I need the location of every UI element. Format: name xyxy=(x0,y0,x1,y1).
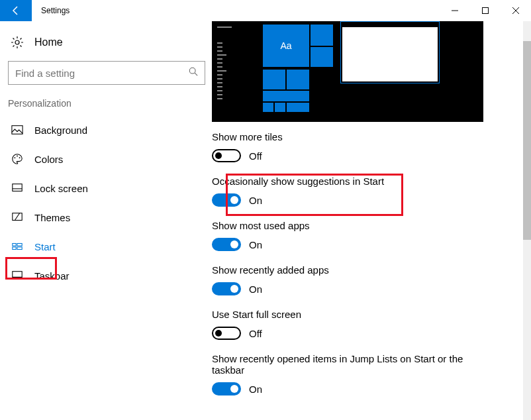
sidebar-item-lock-screen[interactable]: Lock screen xyxy=(7,174,205,203)
svg-point-8 xyxy=(15,157,16,158)
svg-rect-16 xyxy=(13,247,16,250)
sidebar-item-label: Colors xyxy=(34,154,63,165)
setting-recently-added: Show recently added apps On xyxy=(212,264,518,295)
setting-label: Show recently added apps xyxy=(212,264,518,276)
sidebar-item-start[interactable]: Start xyxy=(7,232,205,261)
maximize-button[interactable] xyxy=(470,0,501,21)
svg-point-10 xyxy=(19,157,21,158)
sidebar-item-label: Taskbar xyxy=(34,270,70,282)
setting-label: Show more tiles xyxy=(212,131,518,142)
toggle-suggestions[interactable] xyxy=(212,193,241,207)
toggle-show-more-tiles[interactable] xyxy=(212,149,241,162)
colors-icon xyxy=(11,152,24,166)
taskbar-icon xyxy=(11,269,24,282)
sidebar-item-themes[interactable]: Themes xyxy=(7,203,205,232)
svg-point-9 xyxy=(17,156,18,157)
setting-suggestions: Occasionally show suggestions in Start O… xyxy=(212,176,518,207)
search-icon xyxy=(189,67,198,79)
sidebar-item-label: Background xyxy=(34,125,87,136)
svg-rect-17 xyxy=(17,247,22,250)
window-controls xyxy=(440,0,531,21)
background-icon xyxy=(11,123,24,136)
setting-label: Show most used apps xyxy=(212,220,518,231)
svg-rect-1 xyxy=(483,8,489,14)
setting-most-used: Show most used apps On xyxy=(212,220,518,251)
gear-icon xyxy=(11,36,24,49)
content-area: Aa Show more tiles Off xyxy=(212,21,531,420)
close-button[interactable] xyxy=(501,0,531,21)
svg-rect-19 xyxy=(13,277,22,279)
setting-show-more-tiles: Show more tiles Off xyxy=(212,131,518,162)
sidebar-item-label: Start xyxy=(34,241,56,252)
preview-window xyxy=(340,21,440,83)
lock-screen-icon xyxy=(11,182,24,195)
title-bar: Settings xyxy=(0,0,531,21)
toggle-full-screen[interactable] xyxy=(212,327,241,340)
setting-label: Occasionally show suggestions in Start xyxy=(212,176,518,187)
category-heading: Personalization xyxy=(7,97,205,115)
toggle-state: On xyxy=(249,384,262,395)
sidebar-item-background[interactable]: Background xyxy=(7,115,205,144)
start-preview: Aa xyxy=(212,21,483,122)
setting-label: Use Start full screen xyxy=(212,309,518,320)
svg-point-4 xyxy=(15,40,19,44)
toggle-most-used[interactable] xyxy=(212,238,241,251)
setting-jump-lists: Show recently opened items in Jump Lists… xyxy=(212,353,518,395)
setting-full-screen: Use Start full screen Off xyxy=(212,309,518,340)
minimize-button[interactable] xyxy=(440,0,470,21)
svg-rect-14 xyxy=(13,244,16,246)
scrollbar[interactable] xyxy=(523,21,531,420)
home-nav[interactable]: Home xyxy=(7,30,205,58)
search-box[interactable] xyxy=(8,61,205,85)
toggle-state: On xyxy=(249,195,262,206)
sidebar-item-label: Themes xyxy=(34,212,70,223)
preview-tile: Aa xyxy=(262,24,310,68)
back-button[interactable] xyxy=(0,0,32,21)
svg-point-5 xyxy=(189,68,195,74)
toggle-state: Off xyxy=(249,328,262,339)
svg-rect-11 xyxy=(13,184,22,191)
themes-icon xyxy=(11,211,24,224)
start-icon xyxy=(11,240,24,253)
sidebar-item-taskbar[interactable]: Taskbar xyxy=(7,261,205,290)
sidebar: Home Personalization Background Colors xyxy=(0,21,212,420)
home-label: Home xyxy=(34,36,63,48)
toggle-jump-lists[interactable] xyxy=(212,382,241,395)
toggle-state: On xyxy=(249,239,262,250)
sidebar-item-label: Lock screen xyxy=(34,183,88,194)
search-input[interactable] xyxy=(15,68,189,79)
setting-label: Show recently opened items in Jump Lists… xyxy=(212,353,463,376)
sidebar-item-colors[interactable]: Colors xyxy=(7,144,205,174)
toggle-recently-added[interactable] xyxy=(212,282,241,295)
svg-rect-15 xyxy=(17,244,22,246)
toggle-state: Off xyxy=(249,150,262,162)
toggle-state: On xyxy=(249,284,262,295)
svg-rect-7 xyxy=(12,126,23,134)
window-title: Settings xyxy=(41,6,70,15)
scrollbar-thumb[interactable] xyxy=(523,41,531,240)
svg-line-6 xyxy=(195,73,197,76)
